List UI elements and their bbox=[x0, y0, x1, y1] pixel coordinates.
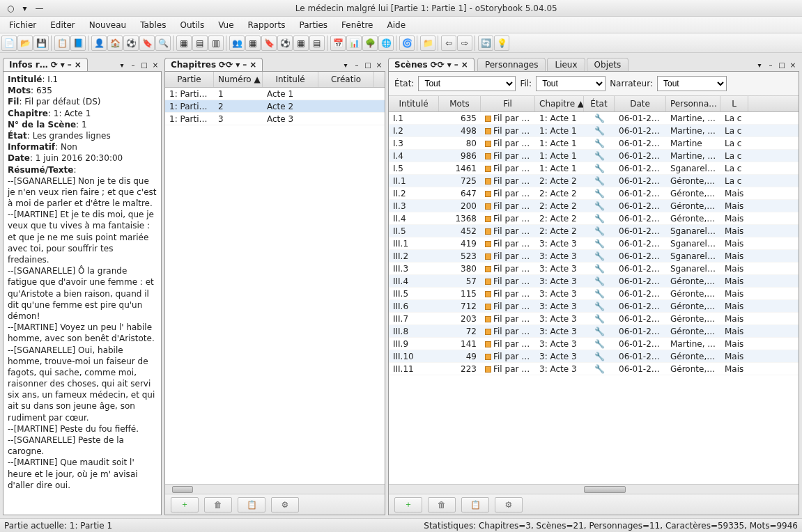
back-icon[interactable]: ⇦ bbox=[441, 36, 456, 51]
panel-pin-icon[interactable]: ▾ bbox=[117, 61, 127, 71]
panel-min-icon[interactable]: – bbox=[128, 61, 138, 71]
scene-row[interactable]: III.9141Fil par d...3: Acte 3🔧06-01-20..… bbox=[389, 338, 799, 350]
panel-max-icon[interactable]: □ bbox=[777, 61, 787, 71]
chap-col-2[interactable]: Intitulé bbox=[263, 72, 318, 87]
chapitre-row[interactable]: 1: Partie 13Acte 3 bbox=[165, 113, 385, 125]
scenes-scrollbar[interactable] bbox=[389, 484, 799, 494]
chap-col-3[interactable]: Créatio bbox=[318, 72, 374, 87]
search-icon[interactable]: 🔍 bbox=[155, 36, 171, 51]
scene-row[interactable]: II.3200Fil par d...2: Acte 2🔧06-01-20...… bbox=[389, 200, 799, 212]
table-mixed2-icon[interactable]: ▤ bbox=[309, 36, 325, 51]
pin-icon[interactable]: ▾ bbox=[447, 60, 452, 70]
table-mixed-icon[interactable]: ▦ bbox=[293, 36, 309, 51]
subtab-personnages[interactable]: Personnages bbox=[477, 58, 546, 71]
panel-close-icon[interactable]: × bbox=[151, 61, 160, 71]
scene-row[interactable]: II.2647Fil par d...2: Acte 2🔧06-01-20...… bbox=[389, 187, 799, 200]
open-file-icon[interactable]: 📂 bbox=[17, 36, 33, 51]
chap-col-1[interactable]: Numéro ▲ bbox=[214, 72, 263, 87]
refresh-icon[interactable]: 🔄 bbox=[478, 36, 493, 51]
panel-close-icon[interactable]: × bbox=[374, 61, 384, 71]
timeline-icon[interactable]: 📊 bbox=[346, 36, 362, 51]
refresh-icon[interactable]: ⟳⟳ bbox=[219, 60, 233, 70]
add-button[interactable]: ＋ bbox=[171, 497, 199, 513]
scene-row[interactable]: I.2498Fil par d...1: Acte 1🔧06-01-20...M… bbox=[389, 125, 799, 137]
window-roll-icon[interactable]: — bbox=[36, 3, 44, 13]
menu-fichier[interactable]: Fichier bbox=[3, 19, 43, 31]
scene-row[interactable]: II.41368Fil par d...2: Acte 2🔧06-01-20..… bbox=[389, 212, 799, 225]
spiral-icon[interactable]: 🌀 bbox=[399, 36, 415, 51]
window-minimize-icon[interactable]: ▾ bbox=[22, 3, 26, 13]
location-icon[interactable]: 🏠 bbox=[107, 36, 123, 51]
idea-icon[interactable]: 💡 bbox=[494, 36, 509, 51]
scene-col-3[interactable]: Chapitre ▲ bbox=[535, 96, 584, 111]
menu-vue[interactable]: Vue bbox=[212, 19, 240, 31]
scene-col-7[interactable]: L bbox=[720, 96, 748, 111]
menu-outils[interactable]: Outils bbox=[173, 19, 210, 31]
scene-row[interactable]: III.3380Fil par d...3: Acte 3🔧06-01-20..… bbox=[389, 263, 799, 275]
panel-close-icon[interactable]: × bbox=[788, 61, 798, 71]
chapitre-row[interactable]: 1: Partie 11Acte 1 bbox=[165, 88, 385, 100]
link-icon[interactable]: ⚽ bbox=[123, 36, 139, 51]
gear-button[interactable]: ⚙ bbox=[271, 497, 299, 513]
scene-row[interactable]: II.5452Fil par d...2: Acte 2🔧06-01-20...… bbox=[389, 225, 799, 237]
scene-row[interactable]: III.2523Fil par d...3: Acte 3🔧06-01-20..… bbox=[389, 250, 799, 263]
menu-parties[interactable]: Parties bbox=[293, 19, 334, 31]
scene-row[interactable]: III.5115Fil par d...3: Acte 3🔧06-01-20..… bbox=[389, 288, 799, 300]
book-icon[interactable]: 📘 bbox=[70, 36, 86, 51]
scene-row[interactable]: I.4986Fil par d...1: Acte 1🔧06-01-20...M… bbox=[389, 150, 799, 162]
filter-etat-select[interactable]: Tout bbox=[418, 76, 516, 91]
panel-min-icon[interactable]: – bbox=[766, 61, 776, 71]
minimize-icon[interactable]: – bbox=[242, 60, 247, 70]
scene-col-0[interactable]: Intitulé bbox=[389, 96, 439, 111]
scene-row[interactable]: I.51461Fil par d...1: Acte 1🔧06-01-20...… bbox=[389, 162, 799, 175]
globe-icon[interactable]: 🌐 bbox=[378, 36, 394, 51]
scene-row[interactable]: III.7203Fil par d...3: Acte 3🔧06-01-20..… bbox=[389, 313, 799, 325]
scene-row[interactable]: III.872Fil par d...3: Acte 3🔧06-01-20...… bbox=[389, 325, 799, 338]
scene-row[interactable]: III.1419Fil par d...3: Acte 3🔧06-01-20..… bbox=[389, 237, 799, 250]
chapitres-scrollbar[interactable] bbox=[165, 484, 385, 494]
scene-row[interactable]: III.11223Fil par d...3: Acte 3🔧06-01-20.… bbox=[389, 363, 799, 375]
tab-infos[interactable]: Infos r… ⟳ ▾ – × bbox=[3, 58, 88, 71]
panel-pin-icon[interactable]: ▾ bbox=[755, 61, 764, 71]
calendar-icon[interactable]: 📅 bbox=[330, 36, 346, 51]
scene-row[interactable]: I.380Fil par d...1: Acte 1🔧06-01-20...Ma… bbox=[389, 137, 799, 150]
subtab-objets[interactable]: Objets bbox=[587, 58, 629, 71]
scene-row[interactable]: III.1049Fil par d...3: Acte 3🔧06-01-20..… bbox=[389, 350, 799, 363]
character-icon[interactable]: 👤 bbox=[91, 36, 107, 51]
scene-col-1[interactable]: Mots bbox=[439, 96, 481, 111]
table-item-icon[interactable]: ⚽ bbox=[277, 36, 293, 51]
tab-chapitres[interactable]: Chapitres ⟳⟳ ▾ – × bbox=[164, 58, 263, 71]
chap-col-0[interactable]: Partie bbox=[165, 72, 214, 87]
panel-max-icon[interactable]: □ bbox=[139, 61, 149, 71]
minimize-icon[interactable]: – bbox=[454, 60, 458, 70]
window-menu-icon[interactable]: ○ bbox=[7, 3, 14, 13]
minimize-icon[interactable]: – bbox=[68, 60, 72, 70]
add-button[interactable]: ＋ bbox=[394, 497, 422, 513]
scene-row[interactable]: III.457Fil par d...3: Acte 3🔧06-01-20...… bbox=[389, 275, 799, 288]
grid-med-icon[interactable]: ▤ bbox=[192, 36, 208, 51]
tree-icon[interactable]: 🌳 bbox=[362, 36, 378, 51]
table-tag-icon[interactable]: 🔖 bbox=[261, 36, 277, 51]
pin-icon[interactable]: ▾ bbox=[236, 60, 240, 70]
copy-icon[interactable]: 📋 bbox=[54, 36, 70, 51]
new-file-icon[interactable]: 📄 bbox=[1, 36, 17, 51]
filter-fil-select[interactable]: Tout bbox=[536, 76, 606, 91]
chapitre-row[interactable]: 1: Partie 12Acte 2 bbox=[165, 100, 385, 113]
grid-small-icon[interactable]: ▦ bbox=[176, 36, 192, 51]
forward-icon[interactable]: ⇨ bbox=[457, 36, 472, 51]
grid-large-icon[interactable]: ▥ bbox=[208, 36, 224, 51]
scene-col-5[interactable]: Date bbox=[615, 96, 666, 111]
menu-aide[interactable]: Aide bbox=[380, 19, 412, 31]
delete-button[interactable]: 🗑 bbox=[204, 497, 232, 513]
tab-scenes[interactable]: Scènes ⟳⟳ ▾ – × bbox=[388, 58, 475, 71]
close-icon[interactable]: × bbox=[249, 60, 256, 70]
panel-max-icon[interactable]: □ bbox=[363, 61, 373, 71]
table-loc-icon[interactable]: ▦ bbox=[245, 36, 261, 51]
refresh-icon[interactable]: ⟳ bbox=[51, 60, 58, 70]
scene-row[interactable]: II.1725Fil par d...2: Acte 2🔧06-01-20...… bbox=[389, 175, 799, 187]
close-icon[interactable]: × bbox=[75, 60, 82, 70]
delete-button[interactable]: 🗑 bbox=[428, 497, 456, 513]
menu-editer[interactable]: Editer bbox=[44, 19, 82, 31]
copy-button[interactable]: 📋 bbox=[461, 497, 489, 513]
tag-icon[interactable]: 🔖 bbox=[139, 36, 155, 51]
